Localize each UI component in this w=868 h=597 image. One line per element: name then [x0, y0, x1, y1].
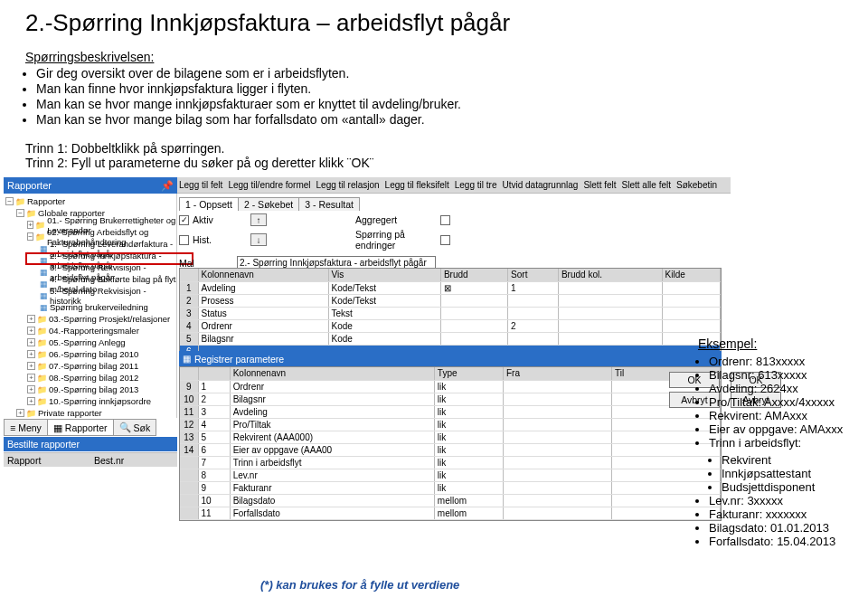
example-item: Rekvirent: AMAxxx [709, 409, 863, 422]
example-item: Eier av oppgave: AMAxxx [709, 422, 863, 436]
tree-collapse-icon[interactable]: − [5, 197, 14, 205]
tree-expand-icon[interactable]: + [27, 221, 33, 229]
example-subitem: Budsjettdisponent [722, 480, 863, 494]
tree-expand-icon[interactable]: + [27, 362, 35, 370]
parameters-grid[interactable]: KolonnenavnTypeFraTil 91Ordrenrlik 102Bi… [180, 367, 721, 520]
register-icon: ▦ [183, 354, 191, 364]
checkbox-hist[interactable] [179, 235, 189, 245]
step-1: Trinn 1: Dobbeltklikk på spørringen. [25, 141, 868, 156]
pin-icon[interactable]: 📌 [161, 180, 174, 192]
tree-expand-icon[interactable]: + [27, 315, 35, 323]
folder-icon: 📁 [37, 385, 47, 394]
menu-icon: ≡ [10, 422, 15, 433]
tree-expand-icon[interactable]: + [16, 409, 24, 417]
toolbar-item[interactable]: Utvid datagrunnlag [502, 180, 578, 190]
example-item: Pro/Tiltak: Axxxx/4xxxxx [709, 395, 863, 409]
tree-expand-icon[interactable]: + [27, 338, 35, 346]
report-icon: ▦ [53, 422, 62, 433]
checkbox-aktiv[interactable]: ✓ [179, 215, 189, 225]
folder-icon: 📁 [35, 221, 45, 230]
folder-icon: 📁 [37, 315, 47, 324]
tab-rapporter[interactable]: ▦Rapporter [47, 419, 114, 436]
tab-sokebet[interactable]: 2 - Søkebet [238, 197, 299, 211]
move-down-button[interactable]: ↓ [250, 233, 267, 246]
page-title: 2.-Spørring Innkjøpsfaktura – arbeidsfly… [25, 9, 868, 37]
example-item: Bilagsnr: 613xxxxx [709, 368, 863, 382]
example-subitem: Innkjøpsattestant [722, 467, 863, 480]
tree-expand-icon[interactable]: + [27, 397, 35, 405]
mal-label: Mal [179, 258, 233, 269]
example-item: Lev.nr: 3xxxxx [709, 494, 863, 507]
folder-icon: 📁 [37, 338, 47, 347]
desc-bullet: Gir deg oversikt over de bilagene som er… [36, 66, 868, 81]
toolbar-item[interactable]: Legg til tre [455, 180, 497, 190]
toolbar-item[interactable]: Legg til fleksifelt [385, 180, 449, 190]
folder-icon: 📁 [37, 327, 47, 336]
toolbar-item[interactable]: Søkebetin [676, 180, 717, 190]
bestilte-header: Bestilte rapporter [4, 437, 177, 451]
desc-bullet: Man kan se hvor mange bilag som har forf… [36, 112, 868, 127]
desc-bullet: Man kan se hvor mange innkjøpsfakturaer … [36, 97, 868, 111]
columns-grid[interactable]: KolonnenavnVisBruddSortBrudd kol.Kilde 1… [180, 269, 721, 358]
example-item: Bilagsdato: 01.01.2013 [709, 521, 863, 535]
tab-row: 1 - Oppsett 2 - Søkebet 3 - Resultat [179, 197, 359, 211]
step-2: Trinn 2: Fyll ut parameterne du søker på… [25, 156, 868, 170]
report-icon: ▦ [40, 291, 48, 300]
folder-icon: 📁 [15, 197, 25, 206]
tree-collapse-icon[interactable]: − [16, 209, 24, 217]
report-icon: ▦ [40, 280, 48, 289]
example-item: Forfallsdato: 15.04.2013 [709, 535, 863, 548]
report-icon: ▦ [40, 268, 48, 277]
example-item: Avdeling: 2624xx [709, 382, 863, 395]
form-options: ✓Aktiv ↑ Aggregert Hist. ↓ Spørring på e… [179, 213, 731, 272]
report-icon: ▦ [40, 256, 48, 265]
steps: Trinn 1: Dobbeltklikk på spørringen. Tri… [25, 141, 868, 170]
param-header: ▦ Registrer parametere [179, 351, 722, 366]
toolbar-item[interactable]: Slett alle felt [622, 180, 671, 190]
search-icon: 🔍 [119, 422, 131, 433]
screenshot-app: Legg til felt Legg til/endre formel Legg… [4, 177, 731, 467]
report-icon: ▦ [40, 303, 48, 312]
checkbox-aggregert[interactable] [440, 215, 450, 225]
example-item: Ordrenr: 813xxxxx [709, 355, 863, 368]
panel-header-rapporter: Rapporter 📌 [4, 177, 177, 194]
folder-icon: 📁 [37, 350, 47, 359]
tab-meny[interactable]: ≡Meny [4, 419, 48, 436]
tree-expand-icon[interactable]: + [27, 374, 35, 382]
folder-icon: 📁 [37, 362, 47, 371]
report-tree[interactable]: −📁Rapporter −📁Globale rapporter +📁01.- S… [4, 194, 177, 418]
tab-resultat[interactable]: 3 - Resultat [298, 197, 360, 211]
example-item: Trinn i arbeidsflyt: Rekvirent Innkjøpsa… [709, 436, 863, 494]
description: Spørringsbeskrivelsen: Gir deg oversikt … [25, 50, 868, 127]
example-box: Eksempel: Ordrenr: 813xxxxx Bilagsnr: 61… [698, 336, 863, 548]
tree-expand-icon[interactable]: + [27, 385, 35, 393]
folder-icon: 📁 [37, 374, 47, 383]
desc-bullet: Man kan finne hvor innkjøpsfaktura ligge… [36, 81, 868, 96]
tab-sok[interactable]: 🔍Søk [113, 419, 157, 436]
example-heading: Eksempel: [698, 336, 863, 351]
folder-icon: 📁 [26, 409, 36, 418]
toolbar-item[interactable]: Legg til relasjon [316, 180, 380, 190]
toolbar-item[interactable]: Legg til felt [179, 180, 222, 190]
tree-expand-icon[interactable]: + [27, 350, 35, 358]
toolbar-item[interactable]: Slett felt [583, 180, 616, 190]
report-icon: ▦ [40, 244, 48, 253]
toolbar-item[interactable]: Legg til/endre formel [228, 180, 310, 190]
tree-expand-icon[interactable]: + [27, 327, 35, 335]
folder-icon: 📁 [35, 232, 45, 242]
folder-icon: 📁 [37, 397, 47, 406]
move-up-button[interactable]: ↑ [250, 213, 267, 226]
desc-heading: Spørringsbeskrivelsen: [25, 50, 868, 64]
example-item: Fakturanr: xxxxxxx [709, 507, 863, 521]
bestilte-columns: RapportBest.nr [4, 452, 177, 467]
footnote: (*) kan brukes for å fylle ut verdiene [260, 578, 459, 592]
folder-icon: 📁 [26, 209, 36, 218]
example-subitem: Rekvirent [722, 453, 863, 467]
tree-collapse-icon[interactable]: − [27, 232, 33, 241]
tab-oppsett[interactable]: 1 - Oppsett [179, 197, 239, 211]
checkbox-sporring[interactable] [440, 235, 450, 245]
bottom-tabs: ≡Meny ▦Rapporter 🔍Søk [4, 419, 156, 436]
